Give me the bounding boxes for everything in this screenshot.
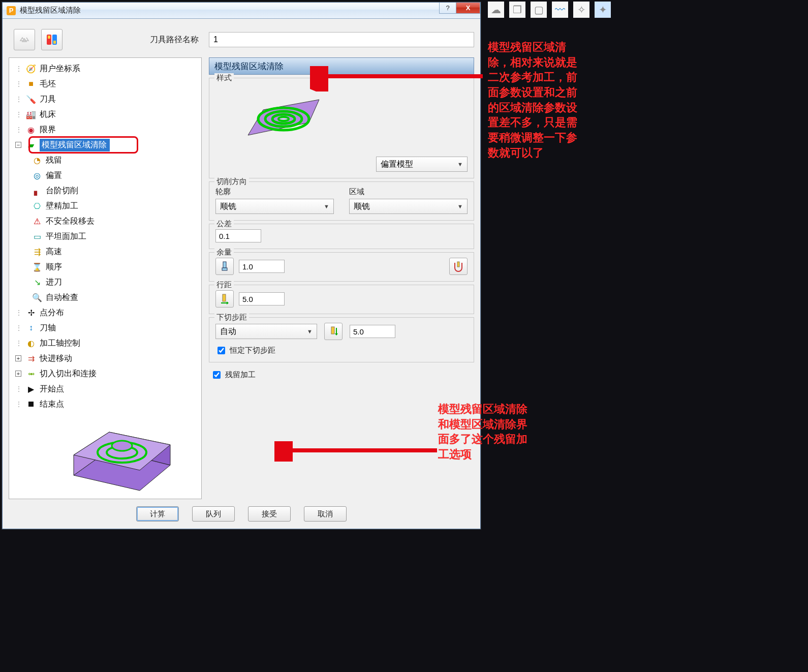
tree-item-order[interactable]: ⌛顺序 <box>11 259 199 274</box>
toolpath-name-input[interactable] <box>209 32 474 47</box>
profile-select[interactable]: 顺铣 ▼ <box>215 199 334 214</box>
svg-rect-11 <box>457 262 459 267</box>
pattern-icon <box>45 33 59 47</box>
tree-item-rest[interactable]: ◔残留 <box>11 152 199 168</box>
tree-label: 快进移动 <box>40 353 72 364</box>
area-value: 顺铣 <box>354 201 370 212</box>
unsafe-icon: ⚠ <box>32 216 43 227</box>
tree-item-start[interactable]: ⋮▶开始点 <box>11 381 199 396</box>
accept-button[interactable]: 接受 <box>248 506 291 522</box>
tree-item-toolaxis[interactable]: ⋮↕刀轴 <box>11 320 199 335</box>
tree-item-highspeed[interactable]: ⇶高速 <box>11 244 199 259</box>
tree-label: 机床 <box>40 109 56 120</box>
stepdown-input[interactable] <box>350 325 395 338</box>
close-button[interactable]: X <box>456 3 480 14</box>
snap-icon[interactable]: ✧ <box>573 2 589 18</box>
rest-clear-icon: ▰ <box>25 139 37 150</box>
panel-title-text: 模型残留区域清除 <box>214 60 284 72</box>
tool-offset-icon <box>220 261 230 272</box>
tree-item-autocheck[interactable]: 🔍自动检查 <box>11 290 199 305</box>
flat-icon: ▭ <box>32 231 43 242</box>
cube-stack-icon[interactable]: ❒ <box>509 2 525 18</box>
app-icon: P <box>7 6 16 15</box>
tree-item-stock[interactable]: ⋮■毛坯 <box>11 76 199 91</box>
tree-label: 进刀 <box>46 277 62 288</box>
tolerance-input[interactable] <box>215 229 261 242</box>
stepdown-mode-select[interactable]: 自动 ▼ <box>215 324 317 339</box>
toolaxis-icon: ↕ <box>25 322 37 333</box>
box-icon[interactable]: ▢ <box>531 2 547 18</box>
chevron-down-icon: ▼ <box>457 161 463 167</box>
stock-aux-button[interactable] <box>449 258 468 275</box>
calc-label: 计算 <box>150 509 165 519</box>
pointdist-icon: ✢ <box>25 307 37 318</box>
constant-stepdown-label: 恒定下切步距 <box>230 346 275 355</box>
start-icon: ▶ <box>25 383 37 394</box>
stock-input[interactable] <box>239 260 285 273</box>
constant-stepdown-checkbox[interactable] <box>217 347 225 354</box>
tree-item-flat[interactable]: ▭平坦面加工 <box>11 229 199 244</box>
profile-label: 轮廓 <box>215 187 334 197</box>
profile-value: 顺铣 <box>220 201 236 212</box>
close-label: X <box>466 4 471 12</box>
stepdown-icon-button[interactable] <box>324 323 343 340</box>
tree-item-tool[interactable]: ⋮🪛刀具 <box>11 91 199 107</box>
help-button[interactable]: ? <box>439 3 456 14</box>
queue-label: 队列 <box>206 509 221 519</box>
arrow-top <box>310 66 488 91</box>
cloud-icon[interactable]: ☁ <box>488 2 504 18</box>
tree-item-wall[interactable]: ⎔壁精加工 <box>11 198 199 213</box>
pattern-button[interactable] <box>41 29 63 50</box>
axisctrl-icon: ◐ <box>25 338 37 349</box>
rest-machining-checkbox[interactable] <box>213 371 221 379</box>
tree-item-boundary[interactable]: ⋮◉限界 <box>11 122 199 137</box>
svg-rect-12 <box>223 294 226 301</box>
machine-icon: 🏭 <box>25 109 37 120</box>
expand-toggle[interactable]: + <box>15 371 21 377</box>
tree-label: 平坦面加工 <box>46 231 86 242</box>
annotation-top: 模型残留区域清 除，相对来说就是 二次参考加工，前 面参数设置和之前 的区域清除… <box>488 40 605 161</box>
tree-item-rapid[interactable]: +⇉快进移动 <box>11 351 199 366</box>
tree-item-ucs[interactable]: ⋮🧭用户坐标系 <box>11 61 199 76</box>
svg-rect-2 <box>48 36 50 39</box>
stepover-input[interactable] <box>239 292 285 306</box>
calc-button[interactable]: 计算 <box>136 506 179 522</box>
boundary-icon: ◉ <box>25 124 37 135</box>
tree-item-unsafe[interactable]: ⚠不安全段移去 <box>11 213 199 229</box>
tree-item-machine[interactable]: ⋮🏭机床 <box>11 107 199 122</box>
tree-item-offset[interactable]: ◎偏置 <box>11 168 199 183</box>
arrow-bottom <box>274 441 442 462</box>
constant-stepdown-check[interactable]: 恒定下切步距 <box>215 345 468 356</box>
tree-item-terrace[interactable]: ▖台阶切削 <box>11 183 199 198</box>
tree-item-pointdist[interactable]: ⋮✢点分布 <box>11 305 199 320</box>
tree: ⋮🧭用户坐标系 ⋮■毛坯 ⋮🪛刀具 ⋮🏭机床 ⋮◉限界 − ▰ 模型残留区域清除… <box>9 58 201 415</box>
tree-label: 刀具 <box>40 94 56 105</box>
autocheck-icon: 🔍 <box>32 292 43 303</box>
stepover-icon <box>220 293 230 304</box>
curve-icon[interactable]: 〰 <box>552 2 568 18</box>
recycle-button[interactable] <box>14 29 35 50</box>
tool-u-icon <box>453 261 464 272</box>
area-select[interactable]: 顺铣 ▼ <box>349 199 468 214</box>
annotation-bottom: 模型残留区域清除 和模型区域清除界 面多了这个残留加 工选项 <box>438 402 555 462</box>
style-legend: 样式 <box>214 73 234 83</box>
queue-button[interactable]: 队列 <box>192 506 235 522</box>
stock-icon-button[interactable] <box>215 258 234 275</box>
expand-toggle[interactable]: + <box>15 355 21 361</box>
order-icon: ⌛ <box>32 261 43 272</box>
cancel-button[interactable]: 取消 <box>304 506 347 522</box>
pointer-icon[interactable]: ✦ <box>595 2 611 18</box>
tree-item-rest-area-clear[interactable]: − ▰ 模型残留区域清除 <box>11 137 199 152</box>
tree-label: 点分布 <box>40 308 64 318</box>
tree-item-lead[interactable]: ↘进刀 <box>11 274 199 290</box>
svg-rect-9 <box>223 262 226 268</box>
rest-machining-check[interactable]: 残留加工 <box>211 370 474 380</box>
tree-item-axisctrl[interactable]: ⋮◐加工轴控制 <box>11 335 199 351</box>
stepover-icon-button[interactable] <box>215 290 234 308</box>
tree-item-links[interactable]: +⥈切入切出和连接 <box>11 366 199 381</box>
tolerance-fieldset: 公差 <box>209 224 474 249</box>
expand-toggle[interactable]: − <box>15 142 21 148</box>
tree-label: 不安全段移去 <box>46 216 95 227</box>
tree-label: 毛坯 <box>40 79 56 89</box>
style-select[interactable]: 偏置模型 ▼ <box>376 157 468 172</box>
